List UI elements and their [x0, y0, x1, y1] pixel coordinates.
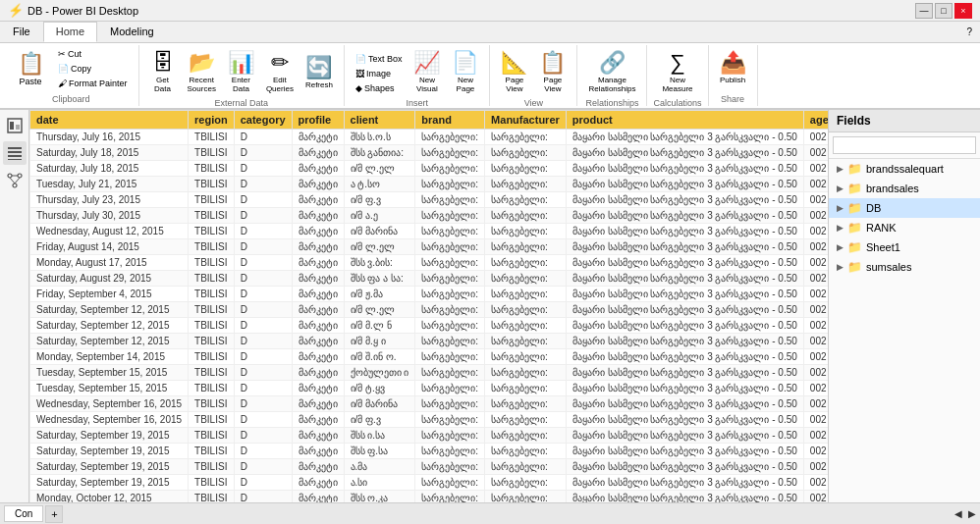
ribbon: 📋 Paste ✂ Cut 📄 Copy 🖌 Format Painter Cl…: [0, 43, 980, 110]
manage-relationships-button[interactable]: 🔗 ManageRelationships: [583, 47, 640, 96]
close-button[interactable]: ×: [954, 3, 972, 19]
table-cell: TBILISI: [189, 396, 235, 412]
table-cell: შსს ფ.სა: [344, 444, 415, 459]
publish-button[interactable]: 📤 Publish: [715, 47, 751, 87]
help-icon[interactable]: ?: [966, 26, 972, 37]
table-cell: D: [234, 208, 292, 224]
col-product[interactable]: product: [566, 111, 803, 130]
table-cell: TBILISI: [189, 271, 235, 287]
table-cell: TBILISI: [189, 145, 235, 161]
table-cell: Saturday, September 19, 2015: [30, 444, 189, 459]
scroll-left-button[interactable]: ◀: [954, 508, 962, 519]
new-visual-button[interactable]: 📈 NewVisual: [408, 47, 445, 96]
table-cell: Tuesday, September 15, 2015: [30, 381, 189, 396]
shapes-button[interactable]: ◆ Shapes: [351, 81, 408, 95]
table-cell: D: [234, 145, 292, 161]
report-icon: [7, 118, 23, 133]
col-category[interactable]: category: [234, 111, 292, 130]
tab-file[interactable]: File: [0, 22, 43, 42]
table-cell: TBILISI: [189, 255, 235, 271]
svg-rect-2: [16, 125, 20, 130]
tab-home[interactable]: Home: [43, 22, 97, 42]
table-cell: TBILISI: [189, 192, 235, 208]
maximize-button[interactable]: □: [935, 3, 953, 19]
col-brand[interactable]: brand: [415, 111, 485, 130]
table-cell: D: [234, 428, 292, 444]
table-cell: მაყარი სასმელი სარგებელი 3 გარსკვალი - 0…: [566, 224, 803, 239]
data-view-button[interactable]: [3, 141, 27, 165]
model-view-button[interactable]: [3, 169, 27, 192]
edit-queries-button[interactable]: ✏ EditQueries: [261, 47, 299, 96]
report-view-button[interactable]: [3, 114, 27, 137]
table-row: Saturday, August 29, 2015TBILISIDმარკეტი…: [30, 271, 829, 287]
cut-button[interactable]: ✂ Cut: [53, 47, 133, 61]
table-cell: ი/მ ლ.ელ: [344, 239, 415, 255]
table-cell: მარკეტი: [292, 239, 344, 255]
table-cell: სარგებელი:: [415, 255, 485, 271]
table-cell: მარკეტი: [292, 271, 344, 287]
table-cell: 002: [803, 239, 828, 255]
table-cell: Tuesday, September 15, 2015: [30, 365, 189, 381]
add-page-button[interactable]: +: [45, 505, 63, 523]
enter-data-button[interactable]: 📊 EnterData: [223, 47, 259, 96]
col-region[interactable]: region: [189, 111, 235, 130]
title-bar-left: ⚡ DB - Power BI Desktop: [8, 3, 138, 18]
col-date[interactable]: date: [30, 111, 189, 130]
get-data-button[interactable]: 🗄 GetData: [145, 47, 181, 96]
table-cell: სარგებელი:: [485, 271, 567, 287]
table-cell: 002: [803, 208, 828, 224]
ribbon-tabs: File Home Modeling ?: [0, 22, 980, 43]
recent-sources-button[interactable]: 📂 RecentSources: [183, 47, 221, 96]
new-measure-button[interactable]: ∑ NewMeasure: [657, 47, 697, 96]
col-profile[interactable]: profile: [292, 111, 344, 130]
table-body: Thursday, July 16, 2015TBILISIDმარკეტიშს…: [30, 130, 829, 503]
table-cell: D: [234, 475, 292, 491]
text-box-button[interactable]: 📄 Text Box: [351, 52, 408, 66]
fields-item-label: brandssalequart: [866, 163, 944, 175]
format-painter-button[interactable]: 🖌 Format Painter: [53, 77, 133, 90]
fields-item-sheet1[interactable]: ▶ 📁 Sheet1: [829, 237, 980, 257]
col-agent[interactable]: agent: [803, 111, 828, 130]
table-cell: მარკეტი: [292, 334, 344, 349]
page-view-button[interactable]: 📐 PageView: [496, 47, 532, 96]
external-data-label: External Data: [214, 96, 268, 108]
scroll-right-button[interactable]: ▶: [968, 508, 976, 519]
page-view2-button[interactable]: 📋 PageView: [534, 47, 571, 96]
fields-item-brandssalequart[interactable]: ▶ 📁 brandssalequart: [829, 159, 980, 179]
title-bar: ⚡ DB - Power BI Desktop — □ ×: [0, 0, 980, 22]
table-cell: ქობულეთი ი: [344, 365, 415, 381]
table-cell: მარკეტი: [292, 428, 344, 444]
table-cell: 002: [803, 318, 828, 334]
table-cell: ი/მ ა.ე: [344, 208, 415, 224]
minimize-button[interactable]: —: [915, 3, 933, 19]
image-button[interactable]: 🖼 Image: [351, 67, 408, 80]
folder-icon: 📁: [847, 162, 862, 176]
table-container[interactable]: date region category profile client bran…: [29, 110, 828, 502]
table-cell: სარგებელი:: [415, 381, 485, 396]
title-bar-controls[interactable]: — □ ×: [915, 3, 972, 19]
page-tab-con[interactable]: Con: [4, 505, 43, 522]
table-row: Saturday, September 19, 2015TBILISIDმარკ…: [30, 444, 829, 459]
table-cell: მარკეტი: [292, 381, 344, 396]
table-cell: მარკეტი: [292, 396, 344, 412]
tab-modeling[interactable]: Modeling: [97, 22, 167, 42]
table-cell: ი/მ ფ.ვ: [344, 192, 415, 208]
expand-arrow: ▶: [837, 203, 844, 213]
paste-button[interactable]: 📋 Paste: [10, 48, 51, 89]
fields-search-input[interactable]: [833, 136, 976, 154]
left-panel: [0, 110, 29, 502]
col-manufacturer[interactable]: Manufacturer: [485, 111, 567, 130]
fields-item-sumsales[interactable]: ▶ 📁 sumsales: [829, 257, 980, 277]
col-client[interactable]: client: [344, 111, 415, 130]
fields-item-label: Sheet1: [866, 241, 900, 253]
fields-item-db[interactable]: ▶ 📁 DB: [829, 198, 980, 218]
table-row: Wednesday, September 16, 2015TBILISIDმარ…: [30, 396, 829, 412]
share-buttons: 📤 Publish: [715, 47, 751, 87]
refresh-button[interactable]: 🔄 Refresh: [300, 52, 338, 92]
fields-item-brandsales[interactable]: ▶ 📁 brandsales: [829, 179, 980, 198]
fields-item-rank[interactable]: ▶ 📁 RANK: [829, 218, 980, 237]
table-cell: 002: [803, 412, 828, 428]
new-page-button[interactable]: 📄 NewPage: [447, 47, 483, 96]
copy-button[interactable]: 📄 Copy: [53, 62, 133, 76]
table-cell: D: [234, 334, 292, 349]
